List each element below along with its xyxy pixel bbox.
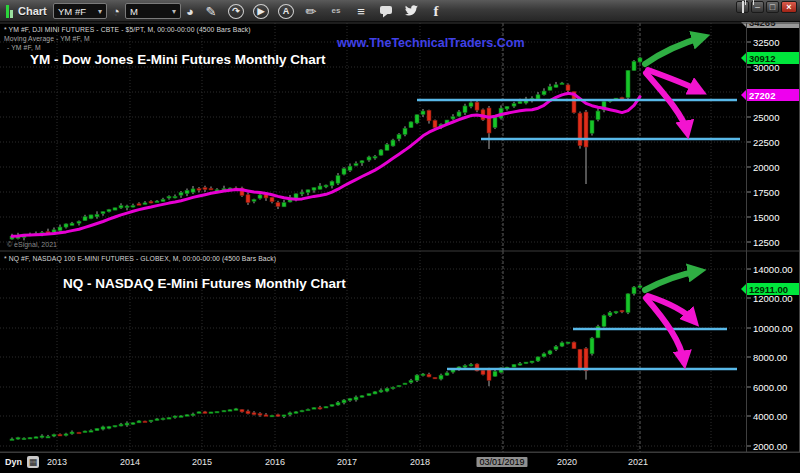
candle-body bbox=[614, 311, 618, 313]
price-tick-label: 15000 bbox=[753, 212, 779, 223]
candle-body bbox=[512, 364, 516, 367]
candle-body bbox=[360, 161, 364, 163]
candle-body bbox=[173, 416, 177, 418]
candle-body bbox=[548, 351, 552, 354]
nq-symbol-header: * NQ #F, NASDAQ 100 E-MINI FUTURES - GLO… bbox=[4, 255, 276, 262]
interval-dropdown-value: M bbox=[130, 6, 138, 17]
candle-body bbox=[632, 61, 636, 70]
year-tick-label: 2013 bbox=[47, 457, 67, 467]
time-axis[interactable]: Dyn ▦ 20132014201520162017201803/01/2019… bbox=[0, 452, 800, 473]
close-icon[interactable]: × bbox=[781, 1, 797, 13]
symbol-dropdown[interactable]: YM #F ▾ bbox=[53, 3, 107, 19]
candle-body bbox=[113, 425, 117, 427]
candle-body bbox=[222, 410, 226, 412]
clock-icon[interactable]: ◕ bbox=[182, 3, 198, 19]
year-tick-label: 2018 bbox=[410, 457, 430, 467]
interval-dropdown[interactable]: M ▾ bbox=[125, 3, 181, 19]
candle-body bbox=[83, 431, 87, 433]
candle-body bbox=[342, 400, 346, 403]
window-controls: – □ × bbox=[736, 1, 797, 13]
candle-body bbox=[252, 199, 256, 201]
nq-chart-title: NQ - NASDAQ E-Mini Futures Monthly Chart bbox=[63, 276, 346, 291]
candle-body bbox=[330, 405, 334, 407]
candle-body bbox=[348, 398, 352, 400]
candle-body bbox=[191, 189, 195, 192]
candle-body bbox=[421, 374, 425, 376]
candle-body bbox=[40, 436, 44, 438]
candle-body bbox=[258, 195, 262, 198]
annotate-a-icon[interactable]: A bbox=[278, 4, 294, 19]
candle-body bbox=[240, 410, 244, 412]
price-tick-label: 10000.00 bbox=[753, 323, 793, 334]
candle-body bbox=[524, 362, 528, 364]
candle-body bbox=[300, 410, 304, 412]
candle-body bbox=[421, 111, 425, 114]
candle-body bbox=[16, 438, 20, 440]
pencil-icon[interactable]: ✎ bbox=[203, 3, 219, 20]
candle-body bbox=[270, 197, 274, 201]
price-badge-label: 30912 bbox=[749, 53, 775, 64]
ym-symbol-header: * YM #F, DJI MINI FUTURES - CBTE - $5/PT… bbox=[4, 26, 251, 33]
candle-body bbox=[493, 371, 497, 376]
candle-body bbox=[403, 383, 407, 385]
candle-body bbox=[373, 157, 377, 159]
candle-body bbox=[451, 117, 455, 119]
year-tick-label: 2020 bbox=[557, 457, 577, 467]
candle-body bbox=[252, 413, 256, 415]
candle-body bbox=[578, 349, 582, 369]
maximize-icon[interactable]: □ bbox=[766, 1, 779, 13]
price-tick-label: 22500 bbox=[753, 137, 779, 148]
candle-body bbox=[354, 164, 358, 166]
candle-body bbox=[536, 357, 540, 361]
twitter-icon[interactable] bbox=[403, 3, 419, 20]
refresh-icon[interactable]: ◔ bbox=[108, 3, 124, 19]
candle-body bbox=[173, 196, 177, 198]
app-window: 3250030000275002500022500200001750015000… bbox=[0, 0, 800, 473]
candle-body bbox=[590, 120, 594, 133]
facebook-icon[interactable]: f bbox=[428, 3, 444, 20]
price-tick-label: 4000.00 bbox=[753, 411, 787, 422]
candle-body bbox=[397, 385, 401, 387]
marker-icon[interactable]: ✏ bbox=[303, 3, 319, 20]
candle-body bbox=[131, 423, 135, 425]
candle-body bbox=[433, 377, 437, 379]
candle-body bbox=[578, 113, 582, 146]
play-icon[interactable]: ▶ bbox=[253, 4, 269, 19]
candle-body bbox=[58, 434, 62, 436]
candle-body bbox=[397, 134, 401, 138]
candle-body bbox=[626, 70, 630, 97]
candle-body bbox=[487, 108, 491, 133]
candle-body bbox=[312, 408, 316, 410]
curve-arrow-icon[interactable]: ↷ bbox=[228, 4, 244, 19]
price-tick-label: 32500 bbox=[753, 37, 779, 48]
console-icon[interactable]: ≡ bbox=[353, 3, 369, 20]
dyn-grid-icon[interactable]: ▦ bbox=[27, 456, 39, 468]
restore-icon[interactable] bbox=[736, 1, 749, 13]
esignal-label[interactable]: es bbox=[328, 3, 344, 20]
candle-body bbox=[367, 394, 371, 396]
candle-body bbox=[560, 343, 564, 346]
candle-body bbox=[258, 413, 262, 415]
candle-body bbox=[167, 418, 171, 420]
chat-icon[interactable] bbox=[378, 3, 394, 20]
price-badge-label: 27202 bbox=[749, 90, 775, 101]
candle-body bbox=[475, 102, 479, 110]
candle-body bbox=[28, 437, 32, 439]
candle-body bbox=[77, 221, 81, 223]
year-tick-label: 2015 bbox=[192, 457, 212, 467]
candle-body bbox=[324, 185, 328, 187]
candle-body bbox=[101, 427, 105, 429]
year-tick-label: 2016 bbox=[265, 457, 285, 467]
candle-body bbox=[95, 428, 99, 430]
candle-body bbox=[379, 390, 383, 392]
ym-study-header: Moving Average - YM #F, M bbox=[4, 35, 90, 42]
candle-body bbox=[306, 190, 310, 193]
candle-body bbox=[391, 140, 395, 146]
dyn-label[interactable]: Dyn bbox=[5, 457, 22, 467]
candle-body bbox=[360, 396, 364, 398]
candle-body bbox=[463, 106, 467, 113]
candle-body bbox=[518, 364, 522, 366]
candle-body bbox=[10, 439, 14, 441]
chart-canvas[interactable]: 3250030000275002500022500200001750015000… bbox=[0, 0, 800, 473]
candle-body bbox=[554, 346, 558, 349]
